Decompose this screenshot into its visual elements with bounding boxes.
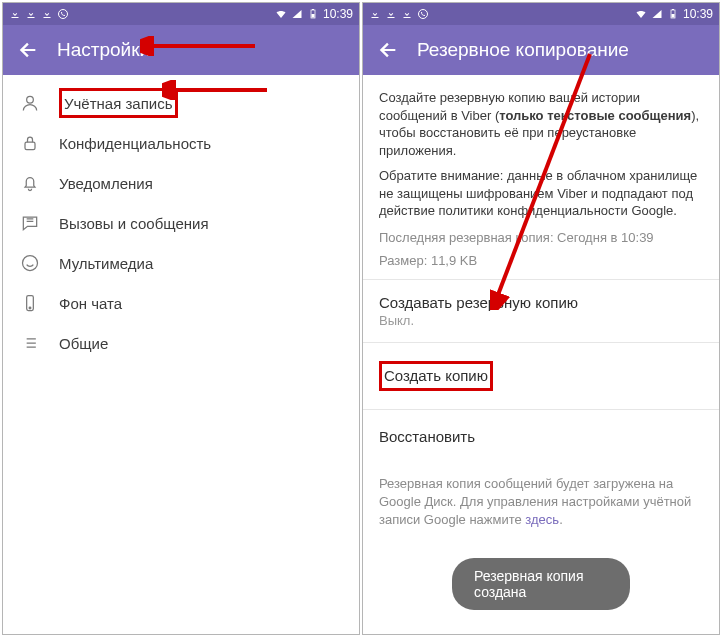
settings-item-privacy[interactable]: Конфиденциальность [3,123,359,163]
phone-icon [19,293,41,313]
settings-item-media[interactable]: Мультимедиа [3,243,359,283]
page-title: Настройки [57,39,150,61]
download-icon [25,8,37,20]
phone-settings: 10:39 Настройки Учётная запись Конфиденц… [2,2,360,635]
battery-icon [307,8,319,20]
settings-item-general[interactable]: Общие [3,323,359,363]
wifi-icon [275,8,287,20]
backup-frequency[interactable]: Создавать резервную копию Выкл. [363,279,719,342]
download-icon [401,8,413,20]
svg-rect-3 [311,14,314,18]
settings-item-label: Общие [59,335,108,352]
download-icon [385,8,397,20]
settings-item-label: Вызовы и сообщения [59,215,209,232]
section-subtitle: Выкл. [379,313,703,328]
svg-rect-2 [312,9,314,10]
settings-list: Учётная запись Конфиденциальность Уведом… [3,75,359,371]
backup-info: Резервная копия сообщений будет загружен… [363,463,719,530]
svg-point-6 [23,256,38,271]
back-arrow-icon[interactable] [377,39,399,61]
settings-item-notify[interactable]: Уведомления [3,163,359,203]
titlebar: Настройки [3,25,359,75]
user-icon [19,93,41,113]
svg-rect-11 [672,9,674,10]
toast-backup-created: Резервная копия создана [452,558,630,610]
back-arrow-icon[interactable] [17,39,39,61]
status-bar: 10:39 [363,3,719,25]
bell-icon [19,173,41,193]
settings-item-label: Фон чата [59,295,122,312]
settings-item-label: Мультимедиа [59,255,153,272]
clock: 10:39 [323,7,353,21]
svg-point-4 [27,96,34,103]
settings-item-account[interactable]: Учётная запись [3,83,359,123]
section-title: Создать копию [384,367,488,384]
viber-icon [417,8,429,20]
settings-item-label: Учётная запись [64,95,173,112]
svg-rect-5 [25,142,35,150]
svg-point-0 [59,10,68,19]
battery-icon [667,8,679,20]
signal-icon [651,8,663,20]
settings-item-wallpaper[interactable]: Фон чата [3,283,359,323]
backup-size: Размер: 11,9 KB [379,251,703,271]
make-backup[interactable]: Создать копию [363,342,719,409]
viber-icon [57,8,69,20]
intro-text-1: Создайте резервную копию вашей истории с… [379,89,703,159]
wifi-icon [635,8,647,20]
signal-icon [291,8,303,20]
clock: 10:39 [683,7,713,21]
list-icon [19,333,41,353]
intro-text-2: Обратите внимание: данные в облачном хра… [379,167,703,220]
section-title: Создавать резервную копию [379,294,703,311]
settings-item-label: Уведомления [59,175,153,192]
download-icon [41,8,53,20]
titlebar: Резервное копирование [363,25,719,75]
restore-backup[interactable]: Восстановить [363,409,719,463]
svg-point-8 [29,307,31,309]
settings-item-label: Конфиденциальность [59,135,211,152]
last-backup: Последняя резервная копия: Сегодня в 10:… [379,228,703,248]
svg-rect-12 [671,14,674,18]
download-icon [369,8,381,20]
phone-backup: 10:39 Резервное копирование Создайте рез… [362,2,720,635]
chat-icon [19,213,41,233]
smile-icon [19,253,41,273]
section-title: Восстановить [379,428,703,445]
lock-icon [19,133,41,153]
highlight-box: Учётная запись [59,88,178,118]
here-link[interactable]: здесь [525,512,559,527]
settings-item-calls[interactable]: Вызовы и сообщения [3,203,359,243]
svg-point-9 [419,10,428,19]
highlight-box: Создать копию [379,361,493,391]
download-icon [9,8,21,20]
page-title: Резервное копирование [417,39,629,61]
status-bar: 10:39 [3,3,359,25]
